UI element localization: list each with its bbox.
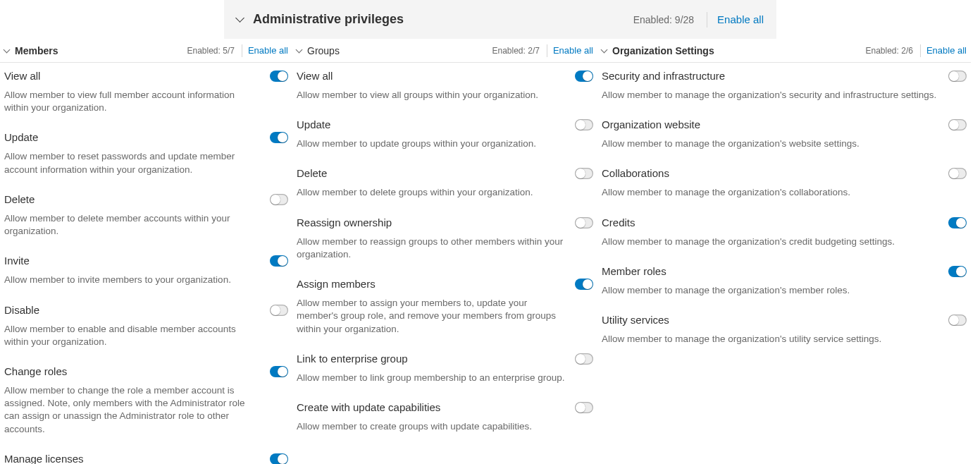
privilege-description: Allow member to create groups with updat… bbox=[297, 420, 593, 433]
privilege-title: Delete bbox=[297, 166, 575, 179]
privilege-item: Reassign ownershipAllow member to reassi… bbox=[297, 215, 593, 261]
privilege-title: Update bbox=[4, 130, 270, 143]
privilege-description: Allow member to manage the organization'… bbox=[602, 186, 967, 199]
privilege-title: Update bbox=[297, 117, 575, 130]
privilege-title: Manage licenses bbox=[4, 451, 270, 464]
privilege-description: Allow member to manage the organization'… bbox=[602, 138, 967, 150]
privilege-description: Allow member to manage the organization'… bbox=[602, 236, 967, 248]
column-body: Security and infrastructureAllow member … bbox=[597, 63, 971, 365]
privilege-description: Allow member to manage the organization'… bbox=[602, 284, 967, 297]
column-enabled-count: Enabled: 2/6 bbox=[866, 46, 913, 56]
privilege-toggle[interactable] bbox=[948, 266, 967, 277]
privilege-toggle[interactable] bbox=[270, 194, 288, 205]
column-body: View allAllow member to view all groups … bbox=[292, 63, 597, 453]
privilege-toggle[interactable] bbox=[270, 305, 288, 316]
privilege-item: Manage licensesAllow member to assign li… bbox=[4, 451, 288, 464]
column-title: Members bbox=[15, 45, 187, 56]
privilege-description: Allow member to delete groups within you… bbox=[297, 186, 593, 199]
divider bbox=[707, 12, 707, 28]
enabled-count: Enabled: 9/28 bbox=[633, 14, 694, 25]
privilege-title: Organization website bbox=[602, 117, 948, 130]
divider bbox=[547, 44, 547, 57]
privilege-item: InviteAllow member to invite members to … bbox=[4, 253, 288, 286]
enable-all-link[interactable]: Enable all bbox=[717, 13, 764, 25]
privilege-toggle[interactable] bbox=[948, 315, 967, 326]
privilege-toggle[interactable] bbox=[270, 366, 288, 377]
privilege-description: Allow member to manage the organization'… bbox=[602, 89, 967, 102]
privilege-item: Create with update capabilitiesAllow mem… bbox=[297, 400, 593, 433]
privilege-item: Link to enterprise groupAllow member to … bbox=[297, 351, 593, 384]
privilege-title: Credits bbox=[602, 215, 948, 228]
privilege-title: Disable bbox=[4, 303, 270, 316]
privilege-description: Allow member to link group membership to… bbox=[297, 372, 593, 384]
enable-all-link[interactable]: Enable all bbox=[926, 45, 967, 56]
privilege-toggle[interactable] bbox=[270, 132, 288, 143]
privilege-description: Allow member to enable and disable membe… bbox=[4, 323, 288, 348]
column-header[interactable]: GroupsEnabled: 2/7Enable all bbox=[292, 39, 597, 63]
privilege-toggle[interactable] bbox=[575, 402, 593, 413]
divider bbox=[242, 44, 242, 57]
chevron-down-icon bbox=[601, 46, 608, 53]
privilege-toggle[interactable] bbox=[575, 353, 593, 365]
privilege-toggle[interactable] bbox=[575, 119, 593, 130]
privilege-item: DeleteAllow member to delete groups with… bbox=[297, 166, 593, 199]
privilege-title: Collaborations bbox=[602, 166, 948, 179]
privilege-description: Allow member to view all groups within y… bbox=[297, 89, 593, 102]
privilege-title: Assign members bbox=[297, 276, 575, 290]
privilege-description: Allow member to update groups within you… bbox=[297, 138, 593, 150]
privilege-item: CollaborationsAllow member to manage the… bbox=[602, 166, 967, 199]
chevron-down-icon bbox=[235, 13, 244, 23]
privilege-title: Invite bbox=[4, 253, 270, 267]
privilege-toggle[interactable] bbox=[575, 168, 593, 179]
privilege-description: Allow member to change the role a member… bbox=[4, 384, 288, 436]
privilege-item: DisableAllow member to enable and disabl… bbox=[4, 303, 288, 348]
privilege-toggle[interactable] bbox=[948, 119, 967, 130]
privilege-toggle[interactable] bbox=[575, 71, 593, 82]
privilege-toggle[interactable] bbox=[948, 71, 967, 82]
privilege-title: View all bbox=[4, 68, 270, 82]
enable-all-link[interactable]: Enable all bbox=[553, 45, 593, 56]
privilege-description: Allow member to invite members to your o… bbox=[4, 274, 288, 286]
admin-privileges-panel[interactable]: Administrative privileges Enabled: 9/28 … bbox=[224, 0, 776, 39]
privilege-toggle[interactable] bbox=[270, 453, 288, 464]
privilege-title: Reassign ownership bbox=[297, 215, 575, 228]
privilege-description: Allow member to view full member account… bbox=[4, 89, 288, 114]
enable-all-link[interactable]: Enable all bbox=[248, 45, 288, 56]
privilege-description: Allow member to delete member accounts w… bbox=[4, 212, 288, 238]
privilege-title: Utility services bbox=[602, 312, 948, 326]
privilege-item: UpdateAllow member to update groups with… bbox=[297, 117, 593, 150]
privilege-toggle[interactable] bbox=[948, 168, 967, 179]
privilege-toggle[interactable] bbox=[270, 71, 288, 82]
privilege-title: Link to enterprise group bbox=[297, 351, 575, 365]
privilege-item: View allAllow member to view full member… bbox=[4, 68, 288, 114]
column-enabled-count: Enabled: 2/7 bbox=[492, 46, 540, 56]
privilege-title: Delete bbox=[4, 192, 270, 205]
privilege-item: DeleteAllow member to delete member acco… bbox=[4, 192, 288, 238]
column-header[interactable]: MembersEnabled: 5/7Enable all bbox=[0, 39, 292, 63]
column-members: MembersEnabled: 5/7Enable allView allAll… bbox=[0, 39, 292, 464]
column-title: Groups bbox=[307, 45, 492, 56]
privilege-title: Create with update capabilities bbox=[297, 400, 575, 413]
privilege-toggle[interactable] bbox=[948, 217, 967, 228]
column-header[interactable]: Organization SettingsEnabled: 2/6Enable … bbox=[597, 39, 971, 63]
privilege-toggle[interactable] bbox=[575, 217, 593, 228]
privilege-item: View allAllow member to view all groups … bbox=[297, 68, 593, 102]
privilege-toggle[interactable] bbox=[575, 279, 593, 290]
column-groups: GroupsEnabled: 2/7Enable allView allAllo… bbox=[292, 39, 597, 453]
column-organization-settings: Organization SettingsEnabled: 2/6Enable … bbox=[597, 39, 971, 365]
column-title: Organization Settings bbox=[612, 45, 866, 56]
privilege-title: Security and infrastructure bbox=[602, 68, 948, 82]
privilege-toggle[interactable] bbox=[270, 255, 288, 267]
privilege-title: Member roles bbox=[602, 264, 948, 277]
privilege-item: Utility servicesAllow member to manage t… bbox=[602, 312, 967, 346]
privilege-title: Change roles bbox=[4, 364, 270, 377]
column-body: View allAllow member to view full member… bbox=[0, 63, 292, 464]
panel-title: Administrative privileges bbox=[253, 12, 633, 27]
privilege-description: Allow member to assign your members to, … bbox=[297, 297, 593, 336]
privilege-item: UpdateAllow member to reset passwords an… bbox=[4, 130, 288, 176]
privilege-description: Allow member to reset passwords and upda… bbox=[4, 150, 288, 176]
divider bbox=[920, 44, 921, 57]
privilege-description: Allow member to reassign groups to other… bbox=[297, 236, 593, 261]
chevron-down-icon bbox=[296, 46, 303, 53]
privilege-item: Security and infrastructureAllow member … bbox=[602, 68, 967, 102]
